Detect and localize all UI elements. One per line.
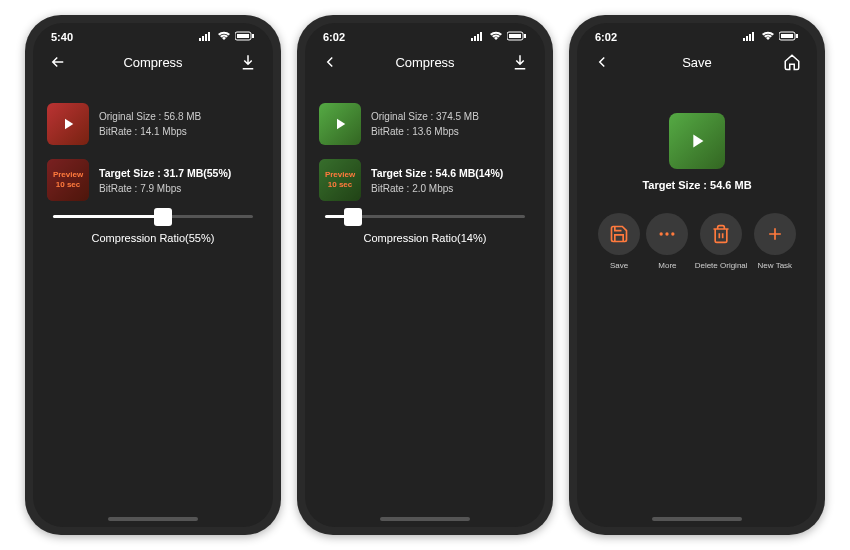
content: Original Size : 374.5 MB BitRate : 13.6 … <box>305 83 545 527</box>
status-icons <box>199 31 255 43</box>
svg-rect-20 <box>796 34 798 38</box>
clock: 6:02 <box>323 31 345 43</box>
save-label: Save <box>610 261 628 270</box>
back-arrow-icon[interactable] <box>49 53 67 71</box>
more-icon <box>646 213 688 255</box>
phone-frame: 6:02 Compress Original Size : 37 <box>297 15 553 535</box>
svg-rect-2 <box>205 34 207 41</box>
status-icons <box>743 31 799 43</box>
status-bar: 5:40 <box>33 23 273 45</box>
play-icon <box>59 115 77 133</box>
clock: 5:40 <box>51 31 73 43</box>
svg-rect-8 <box>474 36 476 41</box>
wifi-icon <box>217 31 231 43</box>
svg-rect-13 <box>524 34 526 38</box>
download-icon[interactable] <box>239 53 257 71</box>
play-icon <box>331 115 349 133</box>
header: Compress <box>305 45 545 83</box>
video-thumbnail[interactable] <box>319 103 361 145</box>
home-indicator[interactable] <box>652 517 742 521</box>
delete-label: Delete Original <box>695 261 748 270</box>
header: Save <box>577 45 817 83</box>
svg-rect-17 <box>752 32 754 41</box>
slider-handle[interactable] <box>154 208 172 226</box>
preview-text-1: Preview <box>53 170 83 180</box>
slider-container: Compression Ratio(14%) <box>319 215 531 244</box>
home-indicator[interactable] <box>108 517 198 521</box>
original-info: Original Size : 374.5 MB BitRate : 13.6 … <box>371 111 479 137</box>
battery-icon <box>235 31 255 43</box>
svg-rect-6 <box>252 34 254 38</box>
preview-thumbnail[interactable]: Preview 10 sec <box>319 159 361 201</box>
preview-badge: Preview 10 sec <box>47 159 89 201</box>
header: Compress <box>33 45 273 83</box>
target-bitrate: BitRate : 7.9 Mbps <box>99 183 231 194</box>
action-row: Save More Delete Original <box>591 213 803 270</box>
svg-rect-5 <box>237 34 249 38</box>
back-chevron-icon[interactable] <box>321 53 339 71</box>
preview-badge: Preview 10 sec <box>319 159 361 201</box>
home-icon[interactable] <box>783 53 801 71</box>
preview-text-2: 10 sec <box>328 180 352 190</box>
wifi-icon <box>489 31 503 43</box>
compression-slider[interactable] <box>53 215 253 218</box>
target-info: Target Size : 54.6 MB(14%) BitRate : 2.0… <box>371 167 503 194</box>
target-size: Target Size : 31.7 MB(55%) <box>99 167 231 179</box>
result-thumbnail[interactable] <box>669 113 725 169</box>
save-icon <box>598 213 640 255</box>
preview-thumbnail[interactable]: Preview 10 sec <box>47 159 89 201</box>
original-row: Original Size : 56.8 MB BitRate : 14.1 M… <box>47 103 259 145</box>
slider-handle[interactable] <box>344 208 362 226</box>
back-chevron-icon[interactable] <box>593 53 611 71</box>
preview-text-2: 10 sec <box>56 180 80 190</box>
target-bitrate: BitRate : 2.0 Mbps <box>371 183 503 194</box>
svg-rect-7 <box>471 38 473 41</box>
slider-label: Compression Ratio(55%) <box>53 232 253 244</box>
preview-text-1: Preview <box>325 170 355 180</box>
video-thumbnail[interactable] <box>47 103 89 145</box>
screen: 5:40 Compress <box>33 23 273 527</box>
download-icon[interactable] <box>511 53 529 71</box>
signal-icon <box>199 31 213 43</box>
battery-icon <box>779 31 799 43</box>
status-bar: 6:02 <box>577 23 817 45</box>
slider-label: Compression Ratio(14%) <box>325 232 525 244</box>
svg-rect-16 <box>749 34 751 41</box>
play-icon <box>686 130 708 152</box>
original-bitrate: BitRate : 14.1 Mbps <box>99 126 201 137</box>
screen: 6:02 Compress Original Size : 37 <box>305 23 545 527</box>
original-bitrate: BitRate : 13.6 Mbps <box>371 126 479 137</box>
page-title: Compress <box>123 55 182 70</box>
phone-frame: 5:40 Compress <box>25 15 281 535</box>
svg-rect-19 <box>781 34 793 38</box>
newtask-action[interactable]: New Task <box>754 213 796 270</box>
clock: 6:02 <box>595 31 617 43</box>
phone-frame: 6:02 Save Target Size : 54.6 MB <box>569 15 825 535</box>
content: Target Size : 54.6 MB Save More <box>577 83 817 527</box>
target-row: Preview 10 sec Target Size : 31.7 MB(55%… <box>47 159 259 201</box>
compression-slider[interactable] <box>325 215 525 218</box>
status-icons <box>471 31 527 43</box>
original-row: Original Size : 374.5 MB BitRate : 13.6 … <box>319 103 531 145</box>
delete-action[interactable]: Delete Original <box>695 213 748 270</box>
svg-rect-9 <box>477 34 479 41</box>
svg-point-21 <box>660 232 663 235</box>
svg-rect-15 <box>746 36 748 41</box>
signal-icon <box>471 31 485 43</box>
wifi-icon <box>761 31 775 43</box>
svg-rect-14 <box>743 38 745 41</box>
content: Original Size : 56.8 MB BitRate : 14.1 M… <box>33 83 273 527</box>
slider-container: Compression Ratio(55%) <box>47 215 259 244</box>
target-size: Target Size : 54.6 MB(14%) <box>371 167 503 179</box>
plus-icon <box>754 213 796 255</box>
original-info: Original Size : 56.8 MB BitRate : 14.1 M… <box>99 111 201 137</box>
slider-fill <box>53 215 163 218</box>
home-indicator[interactable] <box>380 517 470 521</box>
svg-rect-1 <box>202 36 204 41</box>
page-title: Compress <box>395 55 454 70</box>
page-title: Save <box>682 55 712 70</box>
svg-rect-3 <box>208 32 210 41</box>
more-action[interactable]: More <box>646 213 688 270</box>
save-action[interactable]: Save <box>598 213 640 270</box>
svg-rect-0 <box>199 38 201 41</box>
